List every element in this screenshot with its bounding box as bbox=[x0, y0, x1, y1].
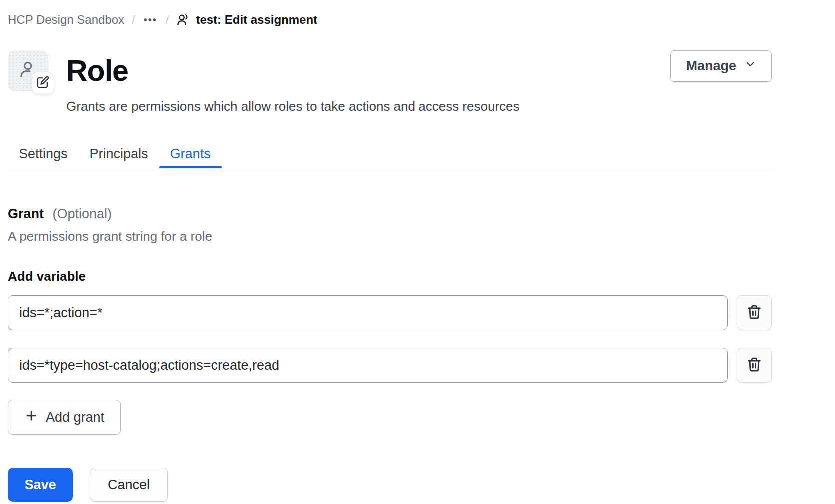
chevron-down-icon bbox=[744, 58, 756, 74]
delete-grant-button-1[interactable] bbox=[737, 295, 772, 330]
breadcrumb-item-org[interactable]: HCP Design Sandbox bbox=[8, 13, 124, 27]
grant-row bbox=[8, 348, 772, 383]
breadcrumb-separator: / bbox=[166, 13, 169, 27]
cancel-button[interactable]: Cancel bbox=[90, 468, 168, 502]
role-edit-page: HCP Design Sandbox / ••• / test: Edit as… bbox=[8, 13, 772, 502]
role-tabs: Settings Principals Grants bbox=[8, 143, 772, 168]
breadcrumb-separator: / bbox=[132, 13, 135, 27]
add-grant-label: Add grant bbox=[46, 410, 104, 425]
pencil-edit-icon bbox=[37, 76, 49, 90]
grant-help-text: A permissions grant string for a role bbox=[8, 229, 772, 244]
grant-row bbox=[8, 295, 772, 330]
users-icon bbox=[176, 13, 190, 27]
page-description: Grants are permissions which allow roles… bbox=[66, 98, 520, 114]
tab-grants[interactable]: Grants bbox=[159, 143, 222, 168]
role-avatar bbox=[8, 50, 48, 91]
grant-string-input-1[interactable] bbox=[8, 295, 728, 330]
delete-grant-button-2[interactable] bbox=[737, 348, 772, 383]
trash-icon bbox=[746, 304, 762, 322]
add-variable-label: Add variable bbox=[8, 269, 772, 284]
grant-string-input-2[interactable] bbox=[8, 348, 728, 383]
breadcrumb-item-current[interactable]: test: Edit assignment bbox=[176, 13, 317, 27]
grant-field-label: Grant bbox=[8, 206, 44, 221]
form-actions: Save Cancel bbox=[8, 468, 772, 502]
add-grant-button[interactable]: Add grant bbox=[8, 400, 121, 435]
plus-icon bbox=[24, 409, 38, 426]
save-button[interactable]: Save bbox=[8, 468, 73, 502]
page-header: Role Grants are permissions which allow … bbox=[8, 50, 772, 114]
trash-icon bbox=[746, 357, 762, 374]
breadcrumb-current-label: test: Edit assignment bbox=[196, 13, 317, 27]
breadcrumb-collapsed-menu[interactable]: ••• bbox=[143, 14, 158, 26]
breadcrumb: HCP Design Sandbox / ••• / test: Edit as… bbox=[8, 13, 772, 27]
edit-avatar-button[interactable] bbox=[32, 72, 54, 94]
tab-settings[interactable]: Settings bbox=[8, 143, 79, 168]
manage-dropdown-button[interactable]: Manage bbox=[670, 50, 772, 82]
page-title: Role bbox=[66, 50, 520, 91]
tab-principals[interactable]: Principals bbox=[79, 143, 159, 168]
manage-button-label: Manage bbox=[686, 58, 736, 74]
grant-field-label-row: Grant (Optional) bbox=[8, 206, 772, 222]
grant-optional-hint: (Optional) bbox=[53, 206, 112, 221]
